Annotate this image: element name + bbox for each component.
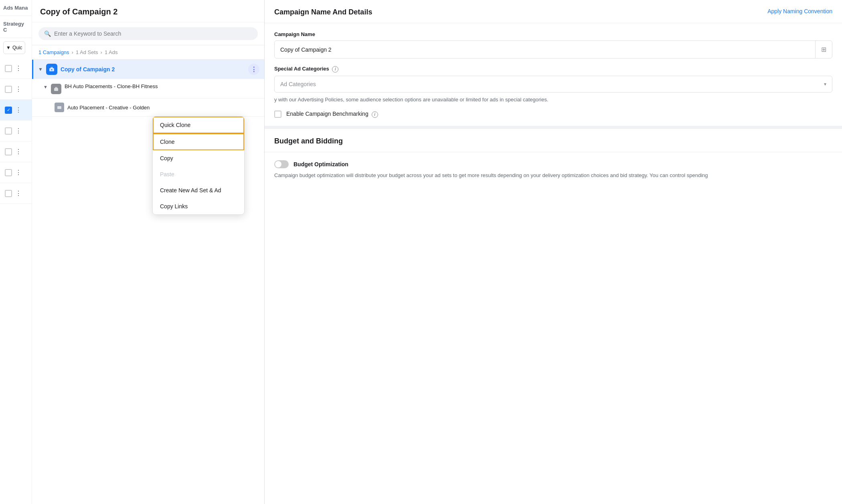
- benchmarking-label: Enable Campaign Benchmarking i: [286, 111, 378, 118]
- menu-item-clone[interactable]: Clone: [153, 133, 244, 150]
- special-ad-label: Special Ad Categories i: [274, 66, 832, 73]
- section1-title: Campaign Name And Details: [274, 8, 832, 16]
- campaign-name: Copy of Campaign 2: [61, 66, 245, 73]
- menu-item-paste[interactable]: Paste: [153, 166, 244, 182]
- benchmarking-info-icon[interactable]: i: [372, 111, 378, 118]
- svg-rect-5: [57, 106, 61, 109]
- special-ad-placeholder: Ad Categories: [280, 81, 316, 87]
- special-ad-helper: y with our Advertising Policies, some au…: [274, 96, 832, 104]
- context-menu: Quick Clone Clone Copy Paste Create New …: [152, 116, 245, 215]
- adset-row[interactable]: ▼ BH Auto Placements - Clone-BH Fitness: [32, 79, 264, 99]
- breadcrumb-campaigns[interactable]: 1 Campaigns: [38, 49, 69, 55]
- menu-item-copy[interactable]: Copy: [153, 150, 244, 166]
- filter-icon: ▼: [6, 45, 11, 50]
- svg-rect-4: [55, 87, 57, 89]
- right-panel: Apply Naming Convention Campaign Name An…: [265, 0, 842, 504]
- panel-title: Copy of Campaign 2: [32, 0, 264, 22]
- svg-rect-3: [54, 88, 58, 91]
- sidebar-row-7: ⋮: [0, 183, 32, 204]
- budget-optimization-row: Budget Optimization: [274, 160, 832, 168]
- budget-optimization-label: Budget Optimization: [293, 161, 348, 167]
- dots-menu-7[interactable]: ⋮: [15, 190, 22, 197]
- budget-optimization-description: Campaign budget optimization will distri…: [274, 171, 832, 180]
- dots-menu-4[interactable]: ⋮: [15, 127, 22, 135]
- dots-menu-3[interactable]: ⋮: [15, 106, 22, 114]
- apply-naming-button[interactable]: Apply Naming Convention: [767, 8, 832, 14]
- campaign-name-input-row: ⊞: [274, 40, 832, 58]
- special-ad-info-icon[interactable]: i: [332, 66, 338, 73]
- search-wrapper: 🔍: [38, 27, 258, 40]
- section-divider: [265, 126, 842, 129]
- svg-rect-1: [51, 67, 53, 69]
- campaign-details-section: Apply Naming Convention Campaign Name An…: [265, 0, 842, 23]
- special-ad-field: Special Ad Categories i Ad Categories ▾ …: [274, 66, 832, 103]
- breadcrumb-adsets[interactable]: 1 Ad Sets: [76, 49, 98, 55]
- dots-menu-5[interactable]: ⋮: [15, 148, 22, 155]
- breadcrumb-sep-2: ›: [101, 49, 102, 55]
- right-panel-inner: Apply Naming Convention Campaign Name An…: [265, 0, 842, 504]
- budget-optimization-toggle[interactable]: [274, 160, 289, 168]
- svg-point-2: [51, 69, 52, 71]
- ad-icon: [55, 103, 64, 112]
- section1-body: Campaign Name ⊞ Special Ad Categories i …: [265, 23, 842, 126]
- tree-panel: Copy of Campaign 2 🔍 1 Campaigns › 1 Ad …: [32, 0, 265, 504]
- sidebar-row-4: ⋮: [0, 121, 32, 141]
- search-area: 🔍: [32, 22, 264, 45]
- section2-title: Budget and Bidding: [274, 137, 832, 145]
- ad-row[interactable]: Auto Placement - Creative - Golden: [32, 99, 264, 117]
- sidebar-row-3: ⋮: [0, 100, 32, 121]
- campaign-row[interactable]: ▼ Copy of Campaign 2 ⋮: [32, 60, 264, 79]
- dots-menu-2[interactable]: ⋮: [15, 85, 22, 93]
- campaign-name-field: Campaign Name ⊞: [274, 31, 832, 58]
- ad-name: Auto Placement - Creative - Golden: [67, 105, 150, 111]
- dots-menu-6[interactable]: ⋮: [15, 169, 22, 176]
- adset-arrow: ▼: [43, 85, 48, 89]
- special-ad-select[interactable]: Ad Categories ▾: [274, 76, 832, 93]
- breadcrumb-sep-1: ›: [72, 49, 73, 55]
- campaign-more-button[interactable]: ⋮: [248, 64, 259, 75]
- sidebar-checkbox-list: ⋮ ⋮ ⋮ ⋮ ⋮ ⋮ ⋮: [0, 58, 32, 204]
- app-title: Ads Mana: [0, 0, 32, 16]
- select-arrow-icon: ▾: [824, 81, 826, 87]
- campaign-icon: [46, 64, 57, 75]
- menu-item-copy-links[interactable]: Copy Links: [153, 198, 244, 214]
- sidebar-row-2: ⋮: [0, 79, 32, 100]
- adset-icon: [51, 84, 61, 94]
- app-sidebar: Ads Mana Strategy C ▼ Quic ⋮ ⋮ ⋮ ⋮: [0, 0, 32, 504]
- breadcrumb: 1 Campaigns › 1 Ad Sets › 1 Ads: [32, 45, 264, 60]
- benchmarking-row: Enable Campaign Benchmarking i: [274, 111, 832, 118]
- checkbox-3[interactable]: [5, 107, 12, 114]
- campaign-name-label: Campaign Name: [274, 31, 832, 37]
- benchmarking-checkbox[interactable]: [274, 111, 281, 118]
- checkbox-4[interactable]: [5, 127, 12, 135]
- checkbox-6[interactable]: [5, 169, 12, 176]
- search-input[interactable]: [54, 30, 252, 37]
- menu-item-create-adset[interactable]: Create New Ad Set & Ad: [153, 182, 244, 198]
- checkbox-7[interactable]: [5, 190, 12, 197]
- checkbox-1[interactable]: [5, 65, 12, 72]
- sidebar-row-6: ⋮: [0, 162, 32, 183]
- breadcrumb-ads[interactable]: 1 Ads: [105, 49, 118, 55]
- campaign-name-icon[interactable]: ⊞: [815, 41, 832, 58]
- campaign-name-input[interactable]: [275, 42, 815, 58]
- dots-menu-1[interactable]: ⋮: [15, 65, 22, 72]
- search-icon: 🔍: [44, 30, 51, 37]
- campaign-arrow: ▼: [38, 67, 43, 72]
- menu-item-quick-clone[interactable]: Quick Clone: [153, 117, 244, 133]
- sidebar-row-1: ⋮: [0, 58, 32, 79]
- quick-button[interactable]: ▼ Quic: [3, 41, 25, 54]
- section2-body: Budget Optimization Campaign budget opti…: [265, 152, 842, 188]
- budget-section-header: Budget and Bidding: [265, 129, 842, 152]
- checkbox-5[interactable]: [5, 148, 12, 155]
- adset-name: BH Auto Placements - Clone-BH Fitness: [65, 83, 259, 90]
- sidebar-row-5: ⋮: [0, 141, 32, 162]
- strategy-label: Strategy C: [0, 16, 32, 38]
- checkbox-2[interactable]: [5, 86, 12, 93]
